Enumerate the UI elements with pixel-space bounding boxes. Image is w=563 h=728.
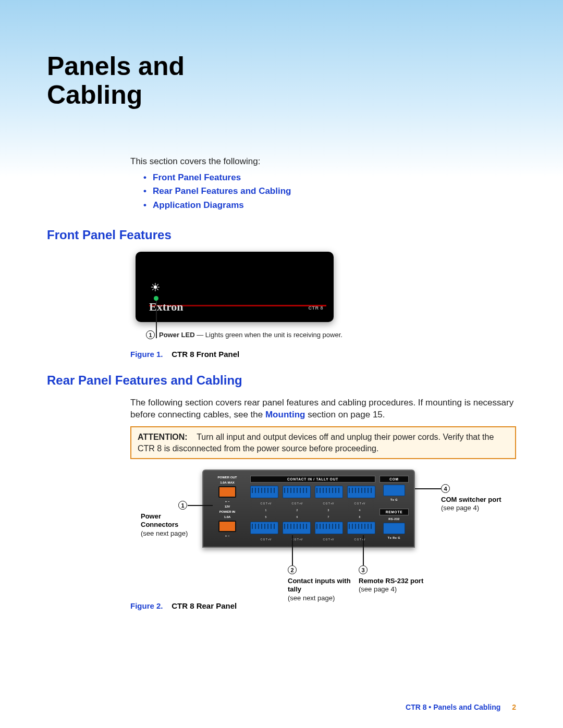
model-label: CTR 8 [308, 305, 323, 311]
section-heading-rear: Rear Panel Features and Cabling [47, 373, 516, 388]
callout-badge-4: 4 [441, 484, 450, 493]
contact-connector-icon [347, 486, 375, 498]
power-out-connector-icon [218, 486, 236, 498]
pin-labels-bot: C G T +V C G T +V C G T +V C G T +V [250, 538, 375, 541]
remote-bar: REMOTE [380, 509, 409, 515]
power-in-connector-icon [218, 521, 236, 532]
callout-badge-1: 1 [178, 501, 187, 510]
page-footer: CTR 8 • Panels and Cabling 2 [406, 703, 516, 711]
front-panel-device: ☀ Extron CTR 8 [136, 252, 334, 322]
power-out-label: POWER OUT [218, 476, 237, 479]
rear-panel-device: POWER OUT 1.0A MAX + – 12V POWER IN 1.0A… [202, 470, 415, 548]
contact-connector-icon [250, 486, 278, 498]
intro-text: This section covers the following: [130, 156, 516, 167]
pin-label: C G T +V [354, 502, 365, 505]
section-heading-front: Front Panel Features [47, 228, 516, 242]
callout-sub: (see page 4) [441, 504, 524, 512]
toc-item[interactable]: Application Diagrams [143, 199, 516, 212]
callout-title: Power Connectors [141, 512, 198, 529]
num-label: 4 [359, 509, 361, 512]
figure2-caption: Figure 2. CTR 8 Rear Panel [130, 601, 516, 610]
pin-label: C G T +V [292, 502, 303, 505]
num-label: 2 [297, 509, 298, 512]
figure2-title: CTR 8 Rear Panel [172, 601, 237, 610]
center-column: CONTACT IN / TALLY OUT C G T +V C G T +V… [250, 476, 375, 541]
remote-connector-icon [383, 523, 405, 534]
volts-label: 12V [225, 505, 230, 508]
callout-text: Power LED — Lights green when the unit i… [159, 331, 342, 339]
contact-bar: CONTACT IN / TALLY OUT [250, 476, 375, 483]
callout-sub: (see next page) [141, 529, 198, 538]
lead-line [292, 535, 293, 565]
lead-line [363, 535, 364, 565]
toc-item[interactable]: Front Panel Features [143, 171, 516, 184]
pin-label: C G T +V [323, 538, 334, 541]
com-connector-icon [383, 485, 405, 496]
txrxg-label: Tx Rx G [388, 536, 400, 539]
page-content: Panels and Cabling This section covers t… [0, 0, 563, 610]
power-in-label: POWER IN [219, 510, 235, 513]
txg-label: Tx G [390, 498, 398, 501]
callout-contact: Contact inputs with tally (see next page… [288, 577, 356, 602]
pin-label: C G T +V [261, 538, 272, 541]
rear-inner: POWER OUT 1.0A MAX + – 12V POWER IN 1.0A… [209, 476, 409, 541]
toc-item[interactable]: Rear Panel Features and Cabling [143, 184, 516, 198]
callout-badge-3: 3 [359, 565, 368, 574]
brightness-icon: ☀ [150, 281, 161, 294]
lead-line [415, 488, 441, 489]
callout-remote: Remote RS-232 port (see page 4) [359, 577, 447, 594]
footer-text: CTR 8 • Panels and Cabling [406, 703, 500, 711]
contact-connector-icon [283, 522, 311, 534]
attention-text: Turn all input and output devices off an… [138, 433, 494, 453]
num-label: 8 [359, 515, 361, 519]
num-label: 7 [328, 515, 329, 519]
figure1-caption: Figure 1. CTR 8 Front Panel [130, 350, 516, 359]
num-label: 1 [265, 509, 267, 512]
figure1-prefix: Figure 1. [130, 350, 163, 359]
pin-label: C G T +V [323, 502, 334, 505]
page-number: 2 [512, 703, 516, 711]
right-column: COM Tx G REMOTE RS-232 Tx Rx G [380, 476, 409, 541]
title-line1: Panels and [47, 52, 185, 81]
num-labels-bot: 5 6 7 8 [250, 515, 375, 519]
contact-connector-icon [283, 486, 311, 498]
polarity-label: + – [225, 500, 230, 503]
front-callout-row: 1 Power LED — Lights green when the unit… [146, 330, 516, 339]
callout-com: COM switcher port (see page 4) [441, 496, 524, 513]
toc-list: Front Panel Features Rear Panel Features… [143, 171, 516, 212]
title-line2: Cabling [47, 80, 142, 109]
num-label: 3 [328, 509, 329, 512]
attention-label: ATTENTION: [138, 433, 188, 441]
rs232-label: RS-232 [388, 517, 400, 521]
callout-desc: Lights green when the unit is receiving … [205, 331, 342, 339]
callout-title: COM switcher port [441, 496, 524, 504]
max2-label: 1.0A [224, 515, 231, 519]
lead-line [188, 505, 213, 506]
brand-label: Extron [149, 300, 183, 314]
callout-title: Power LED [159, 331, 195, 339]
attention-box: ATTENTION: Turn all input and output dev… [130, 426, 516, 459]
figure1-title: CTR 8 Front Panel [172, 350, 239, 359]
power-column: POWER OUT 1.0A MAX + – 12V POWER IN 1.0A… [209, 476, 246, 541]
contact-connector-icon [347, 522, 375, 534]
connector-row-top [250, 486, 375, 498]
callout-title: Remote RS-232 port [359, 577, 447, 585]
figure2-prefix: Figure 2. [130, 601, 163, 610]
com-bar: COM [380, 476, 409, 483]
callout-badge-1: 1 [146, 330, 155, 339]
rear-panel-figure: POWER OUT 1.0A MAX + – 12V POWER IN 1.0A… [156, 470, 490, 597]
lead-line [156, 301, 157, 338]
front-panel-figure: ☀ Extron CTR 8 [136, 252, 516, 322]
num-labels-top: 1 2 3 4 [250, 509, 375, 512]
contact-connector-icon [315, 522, 343, 534]
rear-intro: The following section covers rear panel … [130, 397, 516, 421]
callout-sub: (see page 4) [359, 585, 447, 594]
num-label: 6 [297, 515, 298, 519]
callout-sep: — [195, 331, 205, 339]
connector-row-bot [250, 522, 375, 534]
page-title: Panels and Cabling [47, 52, 516, 109]
pin-label: C G T +V [292, 538, 303, 541]
callout-power: Power Connectors (see next page) [141, 512, 198, 538]
mounting-link[interactable]: Mounting [265, 410, 305, 419]
rear-intro-b: section on page 15. [305, 410, 385, 419]
